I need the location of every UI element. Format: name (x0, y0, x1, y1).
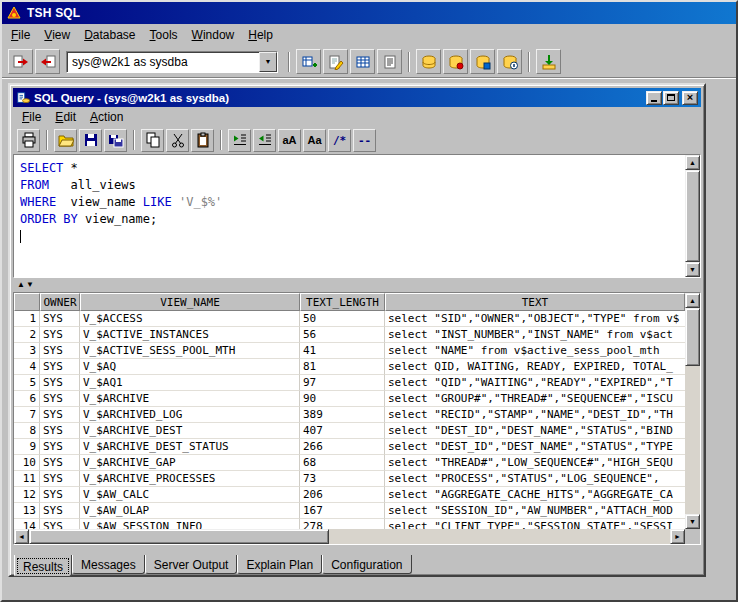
menu-database[interactable]: Database (77, 25, 142, 45)
db-security-button[interactable] (470, 49, 495, 74)
save-button[interactable] (79, 129, 102, 152)
db-storage-button[interactable] (443, 49, 468, 74)
cell-text[interactable]: select "RECID","STAMP","NAME","DEST_ID",… (385, 407, 685, 423)
paste-button[interactable] (191, 129, 214, 152)
block-comment-button[interactable]: /* (328, 129, 351, 152)
table-data-button[interactable] (350, 49, 375, 74)
cell-view-name[interactable]: V_$AQ1 (80, 375, 300, 391)
header-owner[interactable]: OWNER (40, 293, 80, 311)
cell-row-number[interactable]: 9 (14, 439, 40, 455)
header-row-number[interactable] (14, 293, 40, 311)
cell-text-length[interactable]: 167 (300, 503, 385, 519)
table-row[interactable]: 3SYSV_$ACTIVE_SESS_POOL_MTH41select "NAM… (14, 343, 685, 359)
import-button[interactable] (536, 49, 561, 74)
cell-text[interactable]: select "AGGREGATE_CACHE_HITS","AGGREGATE… (385, 487, 685, 503)
cell-owner[interactable]: SYS (40, 359, 80, 375)
table-row[interactable]: 7SYSV_$ARCHIVED_LOG389select "RECID","ST… (14, 407, 685, 423)
cell-view-name[interactable]: V_$ARCHIVE (80, 391, 300, 407)
indent-button[interactable] (228, 129, 251, 152)
db-info-button[interactable] (497, 49, 522, 74)
connection-combo[interactable]: sys@w2k1 as sysdba▼ (66, 51, 278, 73)
cell-owner[interactable]: SYS (40, 375, 80, 391)
new-query-button[interactable] (296, 49, 321, 74)
cell-owner[interactable]: SYS (40, 311, 80, 327)
splitter-collapse-down-icon[interactable]: ▼ (26, 281, 34, 289)
splitter-collapse-up-icon[interactable]: ▲ (17, 281, 25, 289)
menu-file[interactable]: File (4, 25, 37, 45)
cell-text[interactable]: select "CLIENT_TYPE","SESSION_STATE","SE… (385, 519, 685, 529)
cell-text[interactable]: select "PROCESS","STATUS","LOG_SEQUENCE"… (385, 471, 685, 487)
app-logo-icon[interactable] (6, 5, 22, 21)
cut-button[interactable] (166, 129, 189, 152)
menu-tools[interactable]: Tools (143, 25, 185, 45)
scroll-up-icon[interactable]: ▲ (685, 155, 700, 170)
tab-server-output[interactable]: Server Output (145, 555, 238, 574)
cell-text-length[interactable]: 41 (300, 343, 385, 359)
cell-view-name[interactable]: V_$ARCHIVE_DEST_STATUS (80, 439, 300, 455)
h-scrollbar-thumb[interactable] (29, 529, 329, 544)
cell-view-name[interactable]: V_$AW_OLAP (80, 503, 300, 519)
cell-text-length[interactable]: 389 (300, 407, 385, 423)
tab-explain-plan[interactable]: Explain Plan (237, 555, 322, 574)
cell-text-length[interactable]: 278 (300, 519, 385, 529)
print-button[interactable] (17, 129, 40, 152)
save-all-button[interactable] (104, 129, 127, 152)
sql-editor[interactable]: SELECT *FROM all_viewsWHERE view_name LI… (14, 155, 685, 277)
minimize-button[interactable] (646, 91, 662, 105)
cell-owner[interactable]: SYS (40, 423, 80, 439)
header-text-length[interactable]: TEXT_LENGTH (300, 293, 385, 311)
cell-view-name[interactable]: V_$ARCHIVED_LOG (80, 407, 300, 423)
cell-row-number[interactable]: 3 (14, 343, 40, 359)
scroll-down-icon[interactable]: ▼ (685, 262, 700, 277)
cell-owner[interactable]: SYS (40, 487, 80, 503)
cell-text-length[interactable]: 266 (300, 439, 385, 455)
tab-configuration[interactable]: Configuration (322, 555, 411, 574)
cell-text[interactable]: select "GROUP#","THREAD#","SEQUENCE#","I… (385, 391, 685, 407)
editor-vertical-scrollbar[interactable]: ▲ ▼ (685, 155, 700, 277)
cell-text[interactable]: select "SESSION_ID","AW_NUMBER","ATTACH_… (385, 503, 685, 519)
tab-messages[interactable]: Messages (72, 555, 145, 574)
header-text[interactable]: TEXT (385, 293, 685, 311)
cell-row-number[interactable]: 6 (14, 391, 40, 407)
cell-row-number[interactable]: 10 (14, 455, 40, 471)
table-row[interactable]: 11SYSV_$ARCHIVE_PROCESSES73select "PROCE… (14, 471, 685, 487)
table-row[interactable]: 4SYSV_$AQ81select QID, WAITING, READY, E… (14, 359, 685, 375)
cell-owner[interactable]: SYS (40, 455, 80, 471)
outdent-button[interactable] (253, 129, 276, 152)
menu-view[interactable]: View (37, 25, 77, 45)
cell-view-name[interactable]: V_$AW_SESSION_INFO (80, 519, 300, 529)
menu-window[interactable]: Window (185, 25, 242, 45)
table-row[interactable]: 2SYSV_$ACTIVE_INSTANCES56select "INST_NU… (14, 327, 685, 343)
cell-text[interactable]: select "DEST_ID","DEST_NAME","STATUS","T… (385, 439, 685, 455)
cell-view-name[interactable]: V_$ARCHIVE_GAP (80, 455, 300, 471)
db-objects-button[interactable] (416, 49, 441, 74)
menu-edit[interactable]: Edit (48, 108, 83, 126)
cell-view-name[interactable]: V_$ARCHIVE_PROCESSES (80, 471, 300, 487)
cell-owner[interactable]: SYS (40, 327, 80, 343)
cell-text[interactable]: select QID, WAITING, READY, EXPIRED, TOT… (385, 359, 685, 375)
grid-horizontal-scrollbar[interactable]: ◄ ► (14, 529, 685, 544)
menu-help[interactable]: Help (241, 25, 280, 45)
cell-text[interactable]: select "NAME" from v$active_sess_pool_mt… (385, 343, 685, 359)
cell-text-length[interactable]: 56 (300, 327, 385, 343)
table-row[interactable]: 1SYSV_$ACCESS50select "SID","OWNER","OBJ… (14, 311, 685, 327)
query-window-icon[interactable] (16, 91, 30, 105)
table-row[interactable]: 13SYSV_$AW_OLAP167select "SESSION_ID","A… (14, 503, 685, 519)
v-scrollbar-thumb[interactable] (685, 308, 700, 366)
cell-owner[interactable]: SYS (40, 391, 80, 407)
cell-row-number[interactable]: 8 (14, 423, 40, 439)
cell-owner[interactable]: SYS (40, 407, 80, 423)
cell-text[interactable]: select "QID","WAITING","READY","EXPIRED"… (385, 375, 685, 391)
query-window-titlebar[interactable]: SQL Query - (sys@w2k1 as sysdba) × (13, 88, 701, 107)
table-row[interactable]: 14SYSV_$AW_SESSION_INFO278select "CLIENT… (14, 519, 685, 529)
cell-text-length[interactable]: 73 (300, 471, 385, 487)
scroll-left-icon[interactable]: ◄ (14, 529, 29, 544)
cell-text-length[interactable]: 97 (300, 375, 385, 391)
cell-row-number[interactable]: 2 (14, 327, 40, 343)
cell-text-length[interactable]: 50 (300, 311, 385, 327)
tab-results[interactable]: Results (14, 555, 72, 577)
line-comment-button[interactable]: -- (353, 129, 376, 152)
capitalize-button[interactable]: Aa (303, 129, 326, 152)
cell-view-name[interactable]: V_$AW_CALC (80, 487, 300, 503)
cell-owner[interactable]: SYS (40, 343, 80, 359)
